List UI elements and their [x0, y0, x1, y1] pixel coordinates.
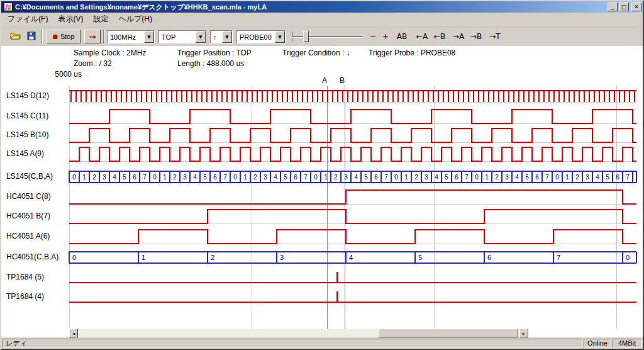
- svg-text:7: 7: [465, 174, 469, 181]
- svg-text:5: 5: [606, 174, 609, 181]
- scrollbar-thumb[interactable]: [379, 329, 518, 337]
- svg-text:7: 7: [626, 174, 630, 181]
- svg-text:2: 2: [253, 174, 257, 181]
- svg-text:5: 5: [525, 174, 529, 181]
- svg-text:2: 2: [92, 174, 96, 181]
- svg-text:4: 4: [515, 174, 519, 181]
- svg-text:4: 4: [354, 174, 358, 181]
- app-window: C:¥Documents and Settings¥noname¥デスクトップ¥…: [0, 0, 644, 350]
- svg-text:1: 1: [485, 174, 489, 181]
- svg-text:2: 2: [211, 254, 214, 261]
- svg-text:2: 2: [173, 174, 177, 181]
- svg-text:5: 5: [284, 174, 287, 181]
- svg-text:2: 2: [334, 174, 338, 181]
- svg-text:7: 7: [143, 174, 147, 181]
- svg-text:0: 0: [555, 174, 559, 181]
- svg-text:4: 4: [349, 254, 353, 261]
- svg-text:4: 4: [596, 174, 599, 181]
- svg-text:0: 0: [626, 254, 630, 261]
- svg-text:4: 4: [274, 174, 277, 181]
- svg-text:3: 3: [505, 174, 509, 181]
- svg-text:6: 6: [294, 174, 297, 181]
- svg-text:5: 5: [445, 174, 448, 181]
- svg-text:6: 6: [213, 174, 217, 181]
- waveform-plot[interactable]: AB01234567012345670123456701234567012345…: [1, 1, 643, 349]
- svg-text:6: 6: [487, 254, 491, 261]
- svg-text:0: 0: [153, 174, 157, 181]
- svg-text:1: 1: [243, 174, 247, 181]
- svg-text:1: 1: [565, 174, 569, 181]
- svg-text:6: 6: [455, 174, 458, 181]
- scroll-right-button[interactable]: ►: [519, 329, 528, 337]
- svg-text:3: 3: [344, 174, 348, 181]
- svg-text:0: 0: [72, 254, 76, 261]
- svg-text:6: 6: [535, 174, 539, 181]
- scroll-left-icon: ◄: [72, 331, 75, 336]
- svg-text:0: 0: [475, 174, 479, 181]
- svg-text:2: 2: [495, 174, 499, 181]
- svg-text:2: 2: [575, 174, 579, 181]
- svg-text:3: 3: [280, 254, 284, 261]
- svg-text:1: 1: [142, 254, 145, 261]
- svg-text:5: 5: [364, 174, 368, 181]
- svg-text:4: 4: [435, 174, 438, 181]
- svg-text:0: 0: [394, 174, 398, 181]
- status-message: レディ: [3, 339, 582, 347]
- svg-text:1: 1: [404, 174, 408, 181]
- svg-text:5: 5: [123, 174, 126, 181]
- svg-text:0: 0: [233, 174, 237, 181]
- svg-text:7: 7: [223, 174, 227, 181]
- svg-text:7: 7: [384, 174, 388, 181]
- svg-text:4: 4: [113, 174, 116, 181]
- scroll-left-button[interactable]: ◄: [69, 329, 78, 337]
- svg-text:1: 1: [324, 174, 328, 181]
- svg-text:6: 6: [133, 174, 136, 181]
- svg-text:1: 1: [82, 174, 86, 181]
- status-online: Online: [584, 339, 611, 347]
- svg-text:2: 2: [414, 174, 418, 181]
- svg-text:5: 5: [203, 174, 207, 181]
- svg-text:6: 6: [374, 174, 378, 181]
- status-memory: 4MBit: [613, 339, 641, 347]
- svg-text:0: 0: [314, 174, 318, 181]
- svg-text:3: 3: [264, 174, 267, 181]
- svg-text:3: 3: [183, 174, 187, 181]
- svg-text:5: 5: [418, 254, 422, 261]
- svg-text:3: 3: [425, 174, 428, 181]
- svg-text:3: 3: [586, 174, 589, 181]
- svg-text:7: 7: [545, 174, 549, 181]
- svg-text:6: 6: [616, 174, 619, 181]
- svg-text:7: 7: [557, 254, 560, 261]
- svg-text:7: 7: [304, 174, 308, 181]
- scroll-right-icon: ►: [523, 331, 526, 336]
- svg-text:3: 3: [103, 174, 106, 181]
- h-scrollbar[interactable]: ◄ ►: [69, 329, 528, 337]
- svg-text:0: 0: [72, 174, 76, 181]
- statusbar: レディ Online 4MBit: [1, 337, 643, 349]
- svg-text:A: A: [322, 76, 327, 85]
- svg-text:B: B: [340, 76, 345, 85]
- svg-text:4: 4: [193, 174, 197, 181]
- svg-text:1: 1: [163, 174, 167, 181]
